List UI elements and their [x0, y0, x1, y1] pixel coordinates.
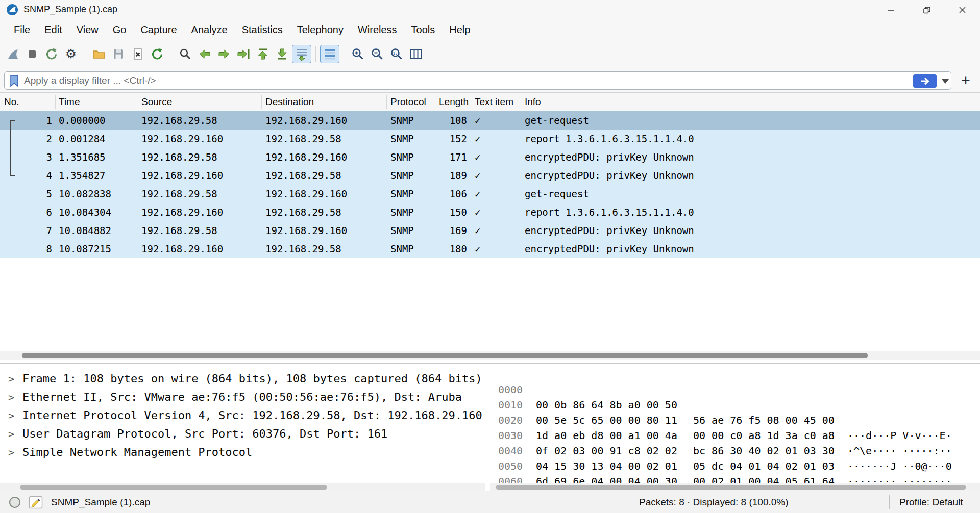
svg-text:1:1: 1:1 [393, 50, 400, 55]
zoom-out-button[interactable] [368, 45, 387, 63]
display-filter-input[interactable]: Apply a display filter ... <Ctrl-/> [4, 71, 951, 90]
column-divider[interactable] [386, 95, 387, 109]
packet-row-3[interactable]: 3 1.351685 192.168.29.58 192.168.29.160 … [0, 148, 980, 166]
packet-row-6[interactable]: 6 10.084304 192.168.29.160 192.168.29.58… [0, 203, 980, 221]
packet-row-4[interactable]: 4 1.354827 192.168.29.160 192.168.29.58 … [0, 166, 980, 185]
detail-line-udp[interactable]: > User Datagram Protocol, Src Port: 6037… [0, 425, 485, 443]
column-divider[interactable] [55, 95, 56, 109]
column-header-time[interactable]: Time [59, 93, 80, 111]
menu-file[interactable]: File [7, 19, 37, 40]
packet-row-5[interactable]: 5 10.082838 192.168.29.58 192.168.29.160… [0, 185, 980, 203]
start-capture-button[interactable] [3, 45, 22, 63]
restart-capture-button[interactable] [42, 45, 61, 63]
open-file-button[interactable] [89, 45, 109, 63]
minimize-button[interactable] [873, 0, 909, 19]
stop-capture-button[interactable] [22, 45, 42, 63]
menu-tools[interactable]: Tools [404, 19, 443, 40]
packet-time: 0.001284 [59, 130, 106, 148]
menu-wireless[interactable]: Wireless [351, 19, 404, 40]
column-divider[interactable] [435, 95, 435, 109]
column-header-destination[interactable]: Destination [265, 93, 314, 111]
column-divider[interactable] [521, 95, 521, 109]
packet-row-1[interactable]: 1 0.000000 192.168.29.58 192.168.29.160 … [0, 111, 980, 130]
detail-line-ip[interactable]: > Internet Protocol Version 4, Src: 192.… [0, 406, 485, 425]
detail-hscrollbar[interactable] [0, 483, 485, 491]
resize-columns-button[interactable] [406, 45, 426, 63]
column-header-length[interactable]: Length [439, 93, 469, 111]
go-forward-button[interactable] [214, 45, 234, 63]
packet-row-8[interactable]: 8 10.087215 192.168.29.160 192.168.29.58… [0, 240, 980, 258]
auto-scroll-icon [295, 47, 309, 61]
go-first-packet-button[interactable] [253, 45, 273, 63]
close-file-button[interactable] [128, 45, 148, 63]
menu-telephony[interactable]: Telephony [290, 19, 351, 40]
packet-protocol: SNMP [390, 221, 414, 240]
hex-hscrollbar[interactable] [490, 483, 980, 491]
minimize-icon [887, 6, 895, 14]
menu-help[interactable]: Help [442, 19, 477, 40]
expand-chevron-icon[interactable]: > [8, 388, 14, 406]
expand-chevron-icon[interactable]: > [8, 370, 14, 388]
hex-row-0000[interactable]: 0000 00 0b 86 64 8b a0 00 50 56 ae 76 f5… [490, 367, 980, 382]
detail-line-ethernet[interactable]: > Ethernet II, Src: VMware_ae:76:f5 (00:… [0, 388, 485, 406]
menu-capture[interactable]: Capture [133, 19, 184, 40]
column-header-text-item[interactable]: Text item [475, 93, 513, 111]
scrollbar-thumb[interactable] [20, 485, 327, 490]
go-back-button[interactable] [195, 45, 214, 63]
packet-dest: 192.168.29.160 [265, 111, 347, 130]
go-to-packet-button[interactable] [234, 45, 253, 63]
hex-row-0060[interactable]: 0060 03 00 91 c8 02 01 00 02 01 00 30 00… [490, 458, 980, 474]
hex-row-0030[interactable]: 0030 0f 02 03 00 91 c8 02 02 05 dc 04 01… [490, 413, 980, 428]
column-divider[interactable] [261, 95, 262, 109]
window-title: SNMP_Sample (1).cap [23, 4, 117, 15]
hex-row-0010[interactable]: 0010 00 5e 5c 65 00 00 80 11 00 00 c0 a8… [490, 382, 980, 397]
add-filter-button[interactable]: + [955, 70, 976, 91]
column-header-info[interactable]: Info [525, 93, 541, 111]
pane-splitter[interactable] [487, 364, 487, 491]
find-packet-button[interactable] [176, 45, 195, 63]
hex-row-0020[interactable]: 0020 1d a0 eb d8 00 a1 00 4a bc 86 30 40… [490, 397, 980, 413]
menu-statistics[interactable]: Statistics [235, 19, 290, 40]
packet-time: 10.087215 [59, 240, 111, 258]
detail-line-frame[interactable]: > Frame 1: 108 bytes on wire (864 bits),… [0, 370, 485, 388]
auto-scroll-toggle[interactable] [292, 45, 311, 63]
column-header-source[interactable]: Source [141, 93, 172, 111]
column-header-protocol[interactable]: Protocol [390, 93, 426, 111]
titlebar: SNMP_Sample (1).cap [0, 0, 980, 19]
menu-view[interactable]: View [69, 19, 106, 40]
column-header-no[interactable]: No. [4, 93, 19, 111]
statusbar-profile[interactable]: Profile: Default [899, 491, 963, 513]
packet-time: 1.351685 [59, 148, 106, 166]
reload-file-button[interactable] [148, 45, 167, 63]
expand-chevron-icon[interactable]: > [8, 425, 14, 443]
restore-button[interactable] [909, 0, 944, 19]
menu-edit[interactable]: Edit [37, 19, 69, 40]
scrollbar-thumb[interactable] [496, 485, 966, 490]
scrollbar-thumb[interactable] [22, 353, 868, 358]
arrow-down-bar-icon [275, 47, 289, 61]
detail-line-snmp[interactable]: > Simple Network Management Protocol [0, 443, 485, 461]
bookmark-icon[interactable] [9, 74, 20, 88]
close-button[interactable] [944, 0, 980, 19]
go-last-packet-button[interactable] [273, 45, 292, 63]
expand-chevron-icon[interactable]: > [8, 406, 14, 425]
column-divider[interactable] [471, 95, 471, 109]
packet-list-hscrollbar[interactable] [0, 351, 980, 360]
hex-row-0050[interactable]: 0050 6d 69 6e 04 00 04 00 30 13 04 00 04… [490, 443, 980, 458]
menu-analyze[interactable]: Analyze [184, 19, 235, 40]
hex-row-0040[interactable]: 0040 04 15 30 13 04 00 02 01 00 02 01 00… [490, 428, 980, 443]
expand-chevron-icon[interactable]: > [8, 443, 14, 461]
column-divider[interactable] [137, 95, 137, 109]
capture-comment-icon[interactable] [29, 496, 43, 509]
colorize-toggle[interactable] [320, 45, 339, 63]
zoom-reset-button[interactable]: 1:1 [387, 45, 406, 63]
zoom-in-button[interactable] [348, 45, 368, 63]
menu-go[interactable]: Go [106, 19, 134, 40]
packet-row-7[interactable]: 7 10.084882 192.168.29.58 192.168.29.160… [0, 221, 980, 240]
packet-row-2[interactable]: 2 0.001284 192.168.29.160 192.168.29.58 … [0, 130, 980, 148]
expert-info-icon[interactable] [8, 496, 21, 509]
capture-options-button[interactable]: ⚙ [61, 45, 81, 63]
apply-filter-button[interactable] [913, 74, 937, 88]
filter-dropdown-chevron[interactable] [942, 79, 949, 84]
save-file-button[interactable] [109, 45, 128, 63]
